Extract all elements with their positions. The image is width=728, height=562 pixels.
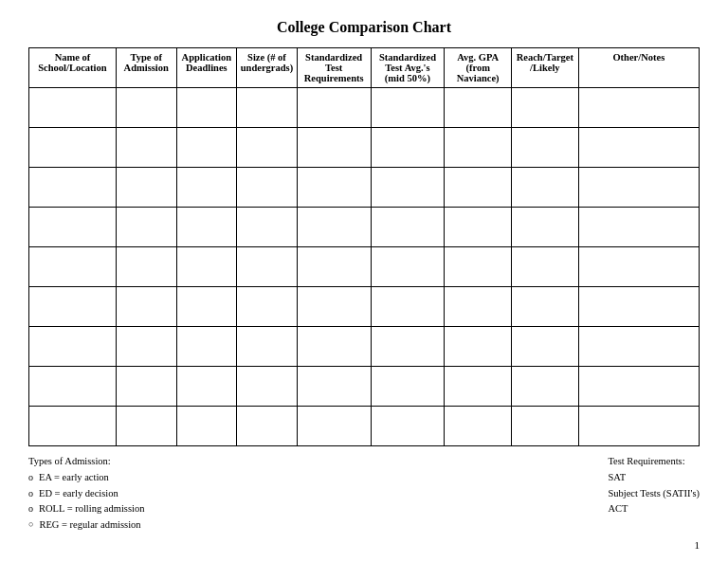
col-header-gpa: Avg. GPA(fromNaviance) [445,48,512,88]
cell-gpa-4 [445,208,512,247]
cell-std-avg-9 [371,407,445,446]
table-row [29,407,700,446]
cell-std-req-2 [297,128,371,168]
col-header-other: Other/Notes [578,48,699,88]
col-header-type: Type ofAdmission [116,48,176,88]
cell-std-req-4 [297,208,371,247]
cell-std-req-5 [297,247,371,287]
table-row [29,327,700,367]
cell-type-9 [116,407,176,446]
cell-type-4 [116,208,176,247]
cell-std-req-9 [297,407,371,446]
cell-size-5 [237,247,298,287]
cell-type-1 [116,88,176,128]
cell-type-6 [116,287,176,327]
test-req-heading: Test Requirements: [608,454,700,470]
cell-std-avg-2 [371,128,445,168]
cell-type-8 [116,367,176,407]
cell-app-6 [176,287,237,327]
cell-other-8 [578,367,699,407]
cell-std-avg-6 [371,287,445,327]
cell-reach-5 [512,247,579,287]
col-header-name: Name ofSchool/Location [29,48,117,88]
cell-type-5 [116,247,176,287]
cell-app-8 [176,367,237,407]
cell-size-3 [237,168,298,208]
test-req-act: ACT [608,501,700,517]
cell-size-1 [237,88,298,128]
cell-gpa-9 [445,407,512,446]
table-row [29,168,700,208]
cell-gpa-8 [445,367,512,407]
cell-other-3 [578,168,699,208]
cell-size-8 [237,367,298,407]
cell-reach-1 [512,88,579,128]
cell-other-4 [578,208,699,247]
cell-app-2 [176,128,237,168]
cell-std-req-6 [297,287,371,327]
list-item: REG = regular admission [28,517,144,534]
cell-reach-8 [512,367,579,407]
cell-type-2 [116,128,176,168]
cell-std-avg-4 [371,208,445,247]
cell-std-avg-5 [371,247,445,287]
table-header-row: Name ofSchool/Location Type ofAdmission … [29,48,700,88]
cell-std-req-8 [297,367,371,407]
page-number: 1 [28,539,700,551]
cell-gpa-6 [445,287,512,327]
cell-reach-7 [512,327,579,367]
table-row [29,208,700,247]
cell-name-9 [29,407,117,446]
cell-app-9 [176,407,237,446]
cell-size-6 [237,287,298,327]
footer-right: Test Requirements: SAT Subject Tests (SA… [608,454,700,534]
cell-std-avg-3 [371,168,445,208]
cell-reach-3 [512,168,579,208]
cell-app-5 [176,247,237,287]
cell-size-7 [237,327,298,367]
cell-gpa-3 [445,168,512,208]
list-item: EA = early action [28,470,144,486]
footer-left: Types of Admission: EA = early action ED… [28,454,144,534]
cell-std-req-3 [297,168,371,208]
cell-gpa-2 [445,128,512,168]
cell-app-3 [176,168,237,208]
cell-name-2 [29,128,117,168]
table-row [29,128,700,168]
cell-gpa-5 [445,247,512,287]
cell-size-4 [237,208,298,247]
cell-type-7 [116,327,176,367]
types-list: EA = early action ED = early decision RO… [28,470,144,534]
col-header-std-avg: StandardizedTest Avg.'s(mid 50%) [371,48,445,88]
footer: Types of Admission: EA = early action ED… [28,454,700,534]
cell-name-6 [29,287,117,327]
cell-name-7 [29,327,117,367]
cell-reach-4 [512,208,579,247]
test-req-subject: Subject Tests (SATII's) [608,486,700,502]
cell-std-req-1 [297,88,371,128]
cell-gpa-7 [445,327,512,367]
cell-type-3 [116,168,176,208]
cell-std-avg-8 [371,367,445,407]
cell-std-avg-7 [371,327,445,367]
list-item: ROLL = rolling admission [28,501,144,517]
list-item: ED = early decision [28,486,144,502]
cell-app-7 [176,327,237,367]
types-heading: Types of Admission: [28,454,144,470]
cell-other-1 [578,88,699,128]
col-header-reach: Reach/Target/Likely [512,48,579,88]
cell-other-9 [578,407,699,446]
table-row [29,88,700,128]
col-header-std-req: StandardizedTestRequirements [297,48,371,88]
cell-app-4 [176,208,237,247]
cell-std-req-7 [297,327,371,367]
table-row [29,367,700,407]
test-req-sat: SAT [608,470,700,486]
cell-size-2 [237,128,298,168]
cell-name-5 [29,247,117,287]
cell-gpa-1 [445,88,512,128]
cell-other-7 [578,327,699,367]
cell-reach-9 [512,407,579,446]
col-header-size: Size (# ofundergrads) [237,48,298,88]
cell-name-3 [29,168,117,208]
